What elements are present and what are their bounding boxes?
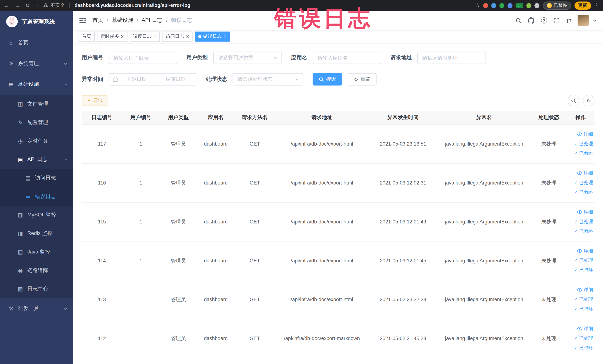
export-button[interactable]: 导出 (81, 95, 107, 106)
tab-error-log[interactable]: 错误日志× (195, 31, 230, 41)
action-label: 已忽略 (579, 226, 593, 236)
sidebar-item-home[interactable]: ⌂首页 (0, 32, 73, 53)
search-button-label: 搜索 (326, 76, 336, 83)
row-action-mark-processed[interactable]: ✓已处理 (567, 139, 593, 149)
sidebar-item-error-log[interactable]: ▤错误日志 (0, 187, 73, 206)
user-type-select[interactable]: 请选择用户类型 (213, 52, 282, 64)
close-icon[interactable]: × (223, 34, 227, 39)
chevron-down-icon[interactable] (593, 18, 597, 23)
logo[interactable]: 芋道管理系统 (0, 11, 73, 32)
update-button[interactable]: 更新 (574, 1, 591, 10)
download-icon (87, 98, 91, 103)
row-action-mark-processed[interactable]: ✓已处理 (567, 256, 593, 265)
row-action-mark-processed[interactable]: ✓已处理 (567, 217, 593, 226)
eye-icon (577, 171, 582, 175)
extension-icon-on[interactable]: on (515, 3, 523, 8)
chevron-down-icon (64, 61, 68, 66)
breadcrumb-item[interactable]: API 日志 (142, 17, 162, 24)
avatar[interactable] (578, 15, 589, 26)
extension-icon-3[interactable] (499, 3, 504, 8)
exception-time-range-picker[interactable]: 开始日期 - 结束日期 (109, 73, 197, 85)
refresh-table-button[interactable]: ↻ (583, 95, 594, 106)
request-url-input[interactable] (417, 52, 486, 64)
tab-label: 首页 (82, 33, 91, 40)
row-action-mark-processed[interactable]: ✓已处理 (567, 334, 593, 343)
cell-user-id: 1 (122, 124, 160, 163)
user-id-input[interactable] (109, 52, 177, 64)
cell-time: 2021-05-02 23:32:28 (369, 280, 437, 319)
row-action-mark-ignored[interactable]: ✓已忽略 (567, 149, 593, 158)
sidebar-item-config-management[interactable]: ✎配置管理 (0, 113, 73, 132)
breadcrumb-item[interactable]: 首页 (93, 17, 103, 24)
sidebar-item-file-management[interactable]: ◫文件管理 (0, 95, 73, 113)
sidebar-item-mysql-monitor[interactable]: ▥MySQL 监控 (0, 206, 73, 224)
breadcrumb-item[interactable]: 基础设施 (112, 17, 133, 24)
sidebar-item-log-center[interactable]: ▨日志中心 (0, 280, 73, 298)
extension-icon-7[interactable] (534, 3, 539, 8)
app-name-input[interactable] (313, 52, 381, 64)
tab-home[interactable]: 首页 (79, 31, 95, 41)
sidebar-item-system-management[interactable]: ⚙系统管理 (0, 53, 73, 74)
bookmark-star-icon[interactable]: ☆ (475, 3, 480, 8)
extension-icon-2[interactable] (491, 3, 496, 8)
sidebar-item-redis-monitor[interactable]: ◨Redis 监控 (0, 224, 73, 243)
search-toggle-button[interactable] (568, 95, 579, 106)
search-button[interactable]: 搜索 (313, 73, 342, 85)
tab-schedule-log[interactable]: 调度日志× (129, 31, 160, 41)
search-icon[interactable] (515, 18, 521, 23)
row-action-mark-ignored[interactable]: ✓已忽略 (567, 188, 593, 197)
extension-icon-6[interactable] (526, 3, 532, 8)
help-icon[interactable]: ? (541, 17, 547, 23)
row-action-detail[interactable]: 详细 (567, 246, 593, 256)
hamburger-icon[interactable] (79, 18, 86, 23)
row-action-mark-processed[interactable]: ✓已处理 (567, 295, 593, 304)
cell-app-name: dashboard (197, 124, 234, 163)
main-area: 首页/基础设施/API 日志/错误日志 ?TT 首页定时任务×调度日志×访问日志… (73, 11, 603, 364)
browser-menu-icon[interactable]: ⋮ (594, 3, 599, 8)
address-bar[interactable]: 不安全 | dashboard.yudao.iocoder.cn/infra/l… (43, 2, 472, 9)
sidebar-item-infrastructure[interactable]: ▤基础设施 (0, 74, 73, 95)
table-row: 1131管理员dashboardGET/api/infra/db-doc/exp… (81, 280, 594, 319)
sidebar-item-label: 文件管理 (27, 101, 48, 107)
row-action-detail[interactable]: 详细 (567, 285, 593, 295)
row-action-detail[interactable]: 详细 (567, 324, 593, 334)
app-root: ← → ↻ ⌂ 不安全 | dashboard.yudao.iocoder.cn… (0, 0, 603, 364)
sidebar-item-dev-tools[interactable]: ⚒研发工具 (0, 298, 73, 319)
table-row: 1171管理员dashboardGET/api/infra/db-doc/exp… (81, 124, 594, 163)
cell-status: 未处理 (531, 280, 567, 319)
process-status-select[interactable]: 请选择处理状态 (233, 73, 303, 85)
browser-home-icon[interactable]: ⌂ (35, 3, 38, 8)
github-icon[interactable] (528, 17, 534, 23)
close-icon[interactable]: × (186, 34, 189, 39)
font-size-icon[interactable]: TT (566, 17, 571, 23)
row-action-mark-ignored[interactable]: ✓已忽略 (567, 226, 593, 236)
sidebar-item-api-log[interactable]: ▣API 日志 (0, 150, 73, 169)
reset-button[interactable]: ↻ 重置 (348, 73, 377, 85)
row-action-mark-ignored[interactable]: ✓已忽略 (567, 343, 593, 353)
extension-icon-1[interactable] (483, 3, 488, 8)
row-action-detail[interactable]: 详细 (567, 207, 593, 217)
sidebar-item-scheduled-tasks[interactable]: ◷定时任务 (0, 132, 73, 150)
column-header: 请求地址 (275, 111, 369, 124)
browser-forward-icon[interactable]: → (15, 3, 20, 8)
sidebar-item-java-monitor[interactable]: ▧Java 监控 (0, 243, 73, 261)
tab-access-log[interactable]: 访问日志× (162, 31, 192, 41)
row-action-detail[interactable]: 详细 (567, 168, 593, 178)
sidebar-item-access-log[interactable]: ▤访问日志 (0, 169, 73, 187)
cell-user-id: 1 (122, 202, 160, 241)
tab-scheduled-tasks[interactable]: 定时任务× (97, 31, 127, 41)
paused-badge[interactable]: 已暂停 (543, 1, 571, 10)
fullscreen-icon[interactable] (554, 18, 559, 23)
close-icon[interactable]: × (121, 34, 124, 39)
browser-refresh-icon[interactable]: ↻ (25, 3, 30, 8)
extension-icon-4[interactable] (508, 3, 512, 8)
sidebar-item-trace[interactable]: ◉链路追踪 (0, 261, 73, 280)
row-action-mark-ignored[interactable]: ✓已忽略 (567, 265, 593, 275)
cell-status: 未处理 (531, 202, 567, 241)
browser-back-icon[interactable]: ← (4, 3, 9, 8)
close-icon[interactable]: × (153, 34, 156, 39)
row-action-mark-processed[interactable]: ✓已处理 (567, 178, 593, 188)
cell-request-url: /api/infra/db-doc/export-markdown (275, 319, 369, 358)
row-action-detail[interactable]: 详细 (567, 129, 593, 139)
row-action-mark-ignored[interactable]: ✓已忽略 (567, 304, 593, 314)
